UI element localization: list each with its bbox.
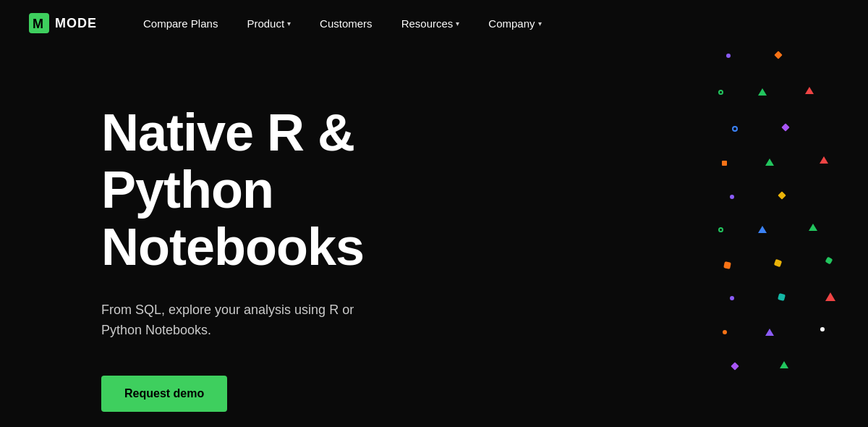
- nav-item-compare-plans: Compare Plans: [132, 12, 229, 35]
- customers-link[interactable]: Customers: [308, 12, 384, 35]
- compare-plans-link[interactable]: Compare Plans: [132, 12, 229, 35]
- company-chevron-icon: ▾: [538, 20, 542, 28]
- shape-circle-2: [732, 126, 738, 132]
- request-demo-button[interactable]: Request demo: [101, 376, 227, 412]
- shape-triangle-7: [825, 292, 835, 301]
- shape-diamond-3: [778, 191, 786, 199]
- navigation: M MODE Compare Plans Product ▾ Customers…: [0, 0, 868, 46]
- shape-square-5: [778, 293, 786, 301]
- shape-dot-5: [820, 327, 825, 331]
- shape-diamond-4: [731, 362, 739, 370]
- shape-circle-1: [718, 90, 723, 95]
- shape-triangle-9: [780, 361, 788, 368]
- hero-title: Native R & Python Notebooks: [101, 104, 506, 276]
- shape-square-2: [723, 261, 731, 269]
- resources-chevron-icon: ▾: [456, 20, 459, 28]
- decorative-shapes: [694, 46, 868, 423]
- nav-item-resources: Resources ▾: [390, 12, 472, 35]
- shape-dot-1: [726, 54, 731, 58]
- shape-dot-3: [730, 296, 734, 300]
- shape-diamond-2: [781, 123, 789, 131]
- shape-triangle-6: [809, 224, 817, 231]
- shape-square-4: [825, 257, 833, 265]
- nav-item-company: Company ▾: [477, 12, 553, 35]
- product-chevron-icon: ▾: [287, 20, 291, 28]
- shape-square-3: [774, 259, 783, 268]
- hero-subtitle: From SQL, explore your analysis using R …: [101, 300, 376, 342]
- resources-link[interactable]: Resources ▾: [390, 12, 472, 35]
- shape-triangle-3: [765, 158, 774, 166]
- shape-triangle-5: [758, 226, 767, 233]
- shape-dot-2: [730, 195, 734, 199]
- nav-item-customers: Customers: [308, 12, 384, 35]
- svg-text:M: M: [33, 17, 43, 31]
- nav-links: Compare Plans Product ▾ Customers Resour…: [132, 12, 553, 35]
- shape-triangle-1: [758, 88, 767, 96]
- hero-section: Native R & Python Notebooks From SQL, ex…: [0, 46, 868, 427]
- shape-diamond-1: [774, 51, 782, 59]
- shape-square-1: [722, 161, 727, 166]
- product-link[interactable]: Product ▾: [235, 12, 302, 35]
- logo-text: MODE: [55, 16, 97, 31]
- nav-item-product: Product ▾: [235, 12, 302, 35]
- mode-logo-icon: M: [29, 13, 49, 33]
- shape-circle-3: [718, 227, 723, 232]
- company-link[interactable]: Company ▾: [477, 12, 553, 35]
- shape-triangle-8: [765, 329, 774, 336]
- shape-triangle-4: [820, 156, 828, 164]
- logo-link[interactable]: M MODE: [29, 13, 97, 33]
- shape-dot-4: [723, 330, 727, 334]
- shape-triangle-2: [805, 87, 814, 94]
